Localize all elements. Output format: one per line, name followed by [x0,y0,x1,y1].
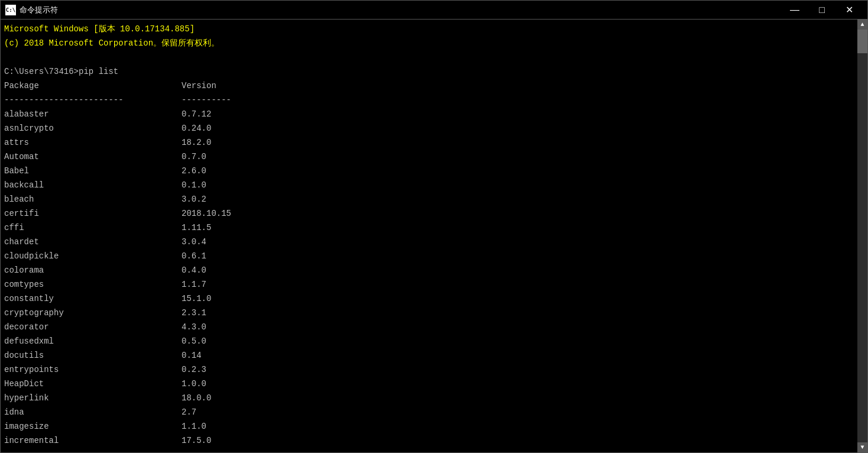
pkg-name: bleach [4,192,182,206]
pkg-name: decorator [4,320,182,334]
table-row: alabaster0.7.12 [4,107,854,121]
pkg-version: 0.1.0 [182,178,206,192]
pkg-name: comtypes [4,277,182,292]
table-row: entrypoints0.2.3 [4,363,854,377]
window-controls: — □ ✕ [781,1,863,20]
pkg-version: 1.1.7 [182,277,206,292]
pkg-name: chardet [4,235,182,249]
pkg-version: 2.3.1 [182,306,206,320]
scroll-up-arrow[interactable]: ▲ [857,20,867,30]
separator-row: ------------------------ ---------- [4,93,854,107]
table-row: attrs18.2.0 [4,135,854,150]
pkg-version: 18.2.0 [182,135,211,150]
pkg-version: 0.4.0 [182,263,206,277]
minimize-button[interactable]: — [781,1,808,20]
table-row: imagesize1.1.0 [4,419,854,433]
pkg-version: 2.6.0 [182,164,206,178]
table-row: cloudpickle0.6.1 [4,249,854,263]
col-version: Version [182,79,216,93]
separator2: ---------- [182,93,231,107]
table-row: incremental17.5.0 [4,433,854,448]
scrollbar-track[interactable] [857,30,867,442]
pkg-version: 18.0.0 [182,391,211,405]
table-row: hyperlink18.0.0 [4,391,854,405]
pkg-name: defusedxml [4,334,182,348]
pkg-version: 3.0.4 [182,235,206,249]
pkg-version: 17.5.0 [182,433,211,448]
prompt-line: C:\Users\73416>pip list [4,64,854,79]
table-row: certifi2018.10.15 [4,206,854,221]
pkg-name: constantly [4,292,182,306]
pkg-name: backcall [4,178,182,192]
pkg-version: 15.1.0 [182,292,211,306]
pkg-version: 0.5.0 [182,334,206,348]
pkg-version: 0.7.12 [182,107,211,121]
package-list: alabaster0.7.12asnlcrypto0.24.0attrs18.2… [4,107,854,448]
pkg-version: 1.11.5 [182,221,211,235]
table-row: Automat0.7.0 [4,150,854,164]
scrollbar-thumb[interactable] [857,30,867,53]
pkg-name: incremental [4,433,182,448]
pkg-name: attrs [4,135,182,150]
pkg-version: 0.7.0 [182,150,206,164]
pkg-name: HeapDict [4,377,182,391]
column-headers: Package Version [4,79,854,93]
pkg-name: entrypoints [4,363,182,377]
maximize-button[interactable]: □ [808,1,835,20]
scrollbar[interactable]: ▲ ▼ [857,20,867,452]
table-row: constantly15.1.0 [4,292,854,306]
pkg-name: alabaster [4,107,182,121]
window-title: 命令提示符 [20,5,781,15]
table-row: docutils0.14 [4,348,854,363]
table-row: comtypes1.1.7 [4,277,854,292]
table-row: bleach3.0.2 [4,192,854,206]
table-row: HeapDict1.0.0 [4,377,854,391]
pkg-version: 3.0.2 [182,192,206,206]
scroll-down-arrow[interactable]: ▼ [857,442,867,452]
table-row: asnlcrypto0.24.0 [4,121,854,135]
pkg-name: imagesize [4,419,182,433]
pkg-version: 0.24.0 [182,121,211,135]
table-row: chardet3.0.4 [4,235,854,249]
cmd-window: C:\ 命令提示符 — □ ✕ Microsoft Windows [版本 10… [0,0,868,453]
pkg-name: cffi [4,221,182,235]
pkg-version: 2018.10.15 [182,206,231,221]
table-row: colorama0.4.0 [4,263,854,277]
pkg-name: asnlcrypto [4,121,182,135]
system-info-line-2: (c) 2018 Microsoft Corporation。保留所有权利。 [4,36,854,50]
pkg-version: 2.7 [182,405,196,419]
table-row: cffi1.11.5 [4,221,854,235]
blank-line-1 [4,50,854,64]
pkg-name: Automat [4,150,182,164]
pkg-name: certifi [4,206,182,221]
app-icon: C:\ [5,5,16,15]
col-package: Package [4,79,182,93]
pkg-name: docutils [4,348,182,363]
pkg-version: 1.0.0 [182,377,206,391]
pkg-version: 0.6.1 [182,249,206,263]
table-row: idna2.7 [4,405,854,419]
system-info-line-1: Microsoft Windows [版本 10.0.17134.885] [4,22,854,36]
pkg-name: cryptography [4,306,182,320]
pkg-version: 0.2.3 [182,363,206,377]
table-row: Babel2.6.0 [4,164,854,178]
pkg-name: cloudpickle [4,249,182,263]
pkg-name: colorama [4,263,182,277]
pkg-name: idna [4,405,182,419]
table-row: backcall0.1.0 [4,178,854,192]
pkg-name: Babel [4,164,182,178]
separator1: ------------------------ [4,93,182,107]
pkg-version: 0.14 [182,348,202,363]
table-row: defusedxml0.5.0 [4,334,854,348]
pkg-name: hyperlink [4,391,182,405]
table-row: decorator4.3.0 [4,320,854,334]
table-row: cryptography2.3.1 [4,306,854,320]
console-area: Microsoft Windows [版本 10.0.17134.885] (c… [0,19,868,453]
pkg-version: 1.1.0 [182,419,206,433]
pkg-version: 4.3.0 [182,320,206,334]
console-content: Microsoft Windows [版本 10.0.17134.885] (c… [1,20,857,452]
title-bar: C:\ 命令提示符 — □ ✕ [0,0,868,19]
close-button[interactable]: ✕ [835,1,863,20]
